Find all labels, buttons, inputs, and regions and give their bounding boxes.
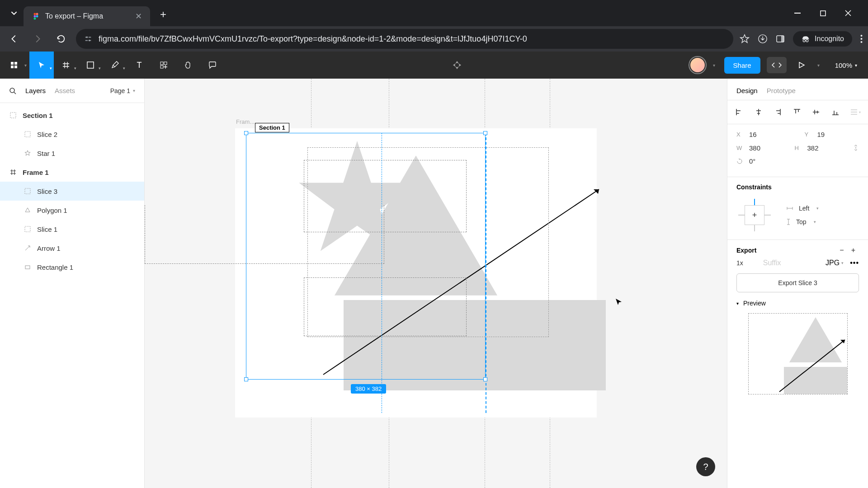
layer-star1[interactable]: Star 1: [0, 144, 144, 163]
site-settings-icon[interactable]: [84, 35, 92, 43]
layer-slice3[interactable]: Slice 3: [0, 182, 144, 201]
svg-point-17: [806, 40, 808, 42]
assets-tab[interactable]: Assets: [55, 87, 75, 94]
svg-marker-37: [594, 189, 599, 194]
distribute-icon[interactable]: ▾: [850, 107, 861, 117]
layers-tab[interactable]: Layers: [25, 87, 46, 94]
height-field[interactable]: H382: [795, 144, 840, 152]
layer-rectangle1[interactable]: Rectangle 1: [0, 258, 144, 277]
hand-tool[interactable]: [176, 52, 200, 79]
svg-point-2: [34, 15, 36, 18]
align-right-icon[interactable]: [773, 107, 783, 117]
align-bottom-icon[interactable]: [831, 107, 840, 117]
downloads-icon[interactable]: [758, 34, 768, 44]
figma-menu-icon[interactable]: [5, 56, 24, 75]
nav-reload-icon[interactable]: [52, 30, 70, 47]
zoom-control[interactable]: 100%▾: [829, 61, 863, 69]
dev-mode-toggle[interactable]: [767, 57, 787, 73]
present-caret-icon[interactable]: ▾: [816, 63, 822, 68]
tab-search-dropdown[interactable]: [5, 4, 24, 23]
width-field[interactable]: W380: [736, 144, 781, 152]
layer-slice1[interactable]: Slice 1: [0, 220, 144, 239]
present-button[interactable]: [793, 61, 810, 69]
frame-label[interactable]: Fram...: [236, 118, 255, 125]
horizontal-icon: [786, 206, 793, 211]
align-top-icon[interactable]: [793, 107, 802, 117]
text-tool[interactable]: T: [127, 52, 151, 79]
layer-section1[interactable]: Section 1: [0, 106, 144, 125]
align-left-icon[interactable]: [735, 107, 744, 117]
constraint-vertical[interactable]: Top▾: [786, 218, 819, 225]
resources-tool[interactable]: [151, 52, 176, 79]
export-format[interactable]: JPG▾: [826, 259, 844, 267]
rotation-field[interactable]: 0°: [736, 157, 859, 165]
layer-frame1[interactable]: Frame 1: [0, 163, 144, 182]
align-vcenter-icon[interactable]: [811, 107, 821, 117]
selection-box[interactable]: [246, 133, 486, 380]
frame-tool[interactable]: ▾: [54, 52, 78, 79]
help-button[interactable]: ?: [696, 457, 715, 476]
canvas[interactable]: Fram... Section 1: [145, 79, 727, 488]
prototype-tab[interactable]: Prototype: [767, 87, 796, 94]
export-remove-icon[interactable]: −: [836, 246, 847, 254]
selection-handle[interactable]: [483, 377, 487, 381]
export-add-icon[interactable]: +: [848, 246, 859, 254]
layer-slice2[interactable]: Slice 2: [0, 125, 144, 144]
page-selector[interactable]: Page 1▾: [110, 87, 135, 94]
selection-handle[interactable]: [244, 377, 248, 381]
constraint-horizontal[interactable]: Left▾: [786, 205, 819, 212]
main-menu-caret-icon[interactable]: ▾: [24, 63, 29, 68]
incognito-indicator[interactable]: Incognito: [793, 31, 852, 47]
layer-search-icon[interactable]: [9, 87, 16, 94]
selection-handle[interactable]: [483, 131, 487, 135]
window-maximize-icon[interactable]: [815, 6, 831, 20]
avatar-caret-icon[interactable]: ▾: [712, 63, 718, 68]
share-button[interactable]: Share: [724, 57, 760, 74]
nav-back-icon[interactable]: [5, 30, 23, 47]
nav-forward-icon: [29, 30, 46, 47]
window-close-icon[interactable]: [840, 6, 856, 20]
window-minimize-icon[interactable]: [789, 6, 806, 20]
bookmark-icon[interactable]: [740, 34, 750, 44]
align-hcenter-icon[interactable]: [754, 107, 764, 117]
user-avatar[interactable]: [689, 57, 706, 73]
svg-rect-27: [160, 62, 163, 65]
comment-tool[interactable]: [200, 52, 225, 79]
svg-rect-15: [781, 36, 784, 42]
design-tab[interactable]: Design: [736, 87, 758, 94]
svg-rect-23: [11, 66, 14, 68]
move-tool[interactable]: ▾: [29, 52, 54, 79]
browser-menu-icon[interactable]: [860, 34, 863, 43]
rotation-icon: [736, 158, 744, 164]
frame-icon: [9, 168, 17, 176]
layer-arrow1[interactable]: Arrow 1: [0, 239, 144, 258]
svg-rect-35: [25, 266, 30, 269]
svg-rect-25: [87, 62, 94, 68]
svg-point-11: [86, 37, 88, 38]
slice-icon: [24, 225, 32, 233]
export-suffix-field[interactable]: Suffix: [750, 259, 819, 267]
svg-point-16: [803, 40, 805, 42]
collab-cursor-icon[interactable]: [452, 60, 462, 70]
export-scale[interactable]: 1x: [736, 259, 743, 267]
x-field[interactable]: X16: [736, 131, 791, 138]
figma-favicon: [32, 12, 41, 21]
sidepanel-icon[interactable]: [776, 34, 785, 43]
new-tab-button[interactable]: +: [150, 8, 176, 21]
shape-tool[interactable]: ▾: [78, 52, 103, 79]
selection-handle[interactable]: [244, 131, 248, 135]
browser-tab[interactable]: To export – Figma ✕: [24, 6, 150, 26]
constraint-widget[interactable]: +: [736, 197, 773, 233]
y-field[interactable]: Y19: [805, 131, 859, 138]
star-icon: [24, 149, 32, 157]
export-button[interactable]: Export Slice 3: [736, 273, 859, 292]
section-tag[interactable]: Section 1: [255, 123, 289, 132]
export-options-icon[interactable]: •••: [850, 259, 859, 267]
preview-toggle[interactable]: ▾ Preview: [736, 300, 859, 307]
svg-rect-5: [794, 13, 801, 14]
layer-polygon1[interactable]: Polygon 1: [0, 201, 144, 220]
url-bar[interactable]: figma.com/file/bv7ZfBCwxHvmVCxmU1rvzc/To…: [76, 29, 733, 49]
pen-tool[interactable]: ▾: [103, 52, 127, 79]
tab-close-icon[interactable]: ✕: [135, 11, 142, 21]
constrain-proportions-icon[interactable]: [853, 144, 859, 152]
